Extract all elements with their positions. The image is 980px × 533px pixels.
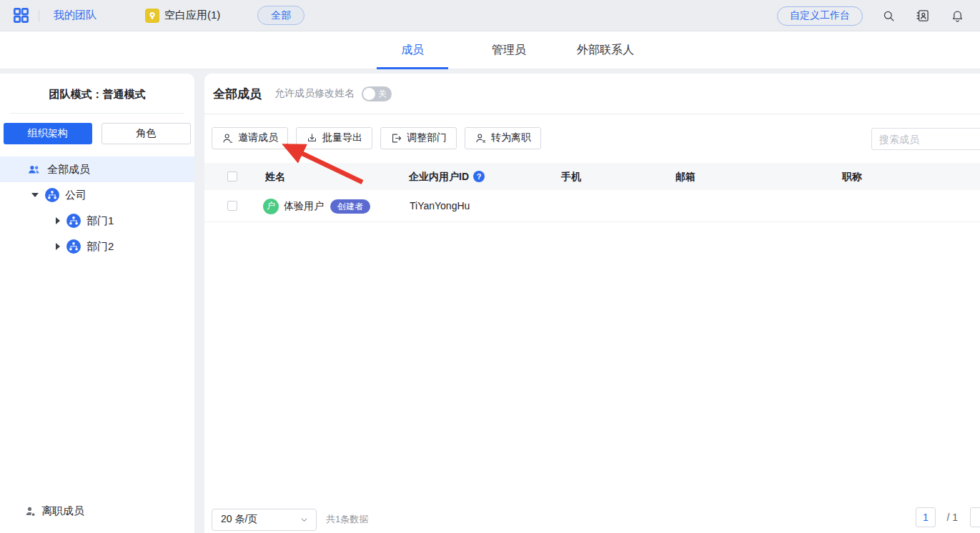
panel-header: 全部成员 允许成员修改姓名 关 bbox=[204, 74, 980, 114]
tab-external-contacts[interactable]: 外部联系人 bbox=[560, 31, 651, 69]
row-checkbox[interactable] bbox=[227, 201, 237, 211]
adjust-department-button[interactable]: 调整部门 bbox=[380, 127, 457, 149]
rename-toggle-label: 允许成员修改姓名 bbox=[274, 87, 355, 100]
resigned-label: 离职成员 bbox=[41, 504, 84, 518]
tree-label: 全部成员 bbox=[47, 163, 90, 176]
tab-admins[interactable]: 管理员 bbox=[475, 31, 543, 69]
scope-all-pill[interactable]: 全部 bbox=[257, 6, 305, 25]
members-toolbar: 邀请成员 批量导出 调整部门 转为离职 bbox=[204, 114, 980, 157]
search-member-input[interactable] bbox=[871, 128, 980, 150]
col-user-id-label: 企业内用户ID bbox=[409, 163, 469, 190]
col-name: 姓名 bbox=[265, 163, 285, 190]
sidebar-divider bbox=[10, 113, 184, 114]
custom-workbench-button[interactable]: 自定义工作台 bbox=[777, 6, 863, 26]
org-tree: 全部成员 公司 部门1 部门2 bbox=[0, 156, 194, 259]
members-panel: 全部成员 允许成员修改姓名 关 邀请成员 批量导出 调整部门 bbox=[204, 74, 980, 533]
member-name: 体验用户 bbox=[284, 200, 324, 213]
toggle-state-text: 关 bbox=[378, 86, 387, 101]
col-job-title: 职称 bbox=[842, 163, 862, 190]
invite-member-button[interactable]: 邀请成员 bbox=[212, 127, 288, 149]
member-user-id: TiYanYongHu bbox=[410, 190, 470, 222]
topbar-divider bbox=[39, 10, 39, 21]
caret-right-icon[interactable] bbox=[56, 243, 60, 250]
tree-item-company[interactable]: 公司 bbox=[0, 182, 194, 208]
search-icon[interactable] bbox=[871, 9, 906, 23]
my-team-link[interactable]: 我的团队 bbox=[54, 9, 96, 22]
page-jump-button[interactable] bbox=[970, 507, 980, 527]
tree-label: 部门1 bbox=[86, 214, 114, 228]
button-label: 邀请成员 bbox=[238, 131, 278, 144]
org-structure-button[interactable]: 组织架构 bbox=[4, 123, 92, 144]
page-size-select[interactable]: 20 条/页 bbox=[212, 509, 317, 531]
tab-members[interactable]: 成员 bbox=[377, 31, 448, 69]
chevron-down-icon bbox=[300, 515, 309, 524]
tree-label: 公司 bbox=[65, 189, 86, 202]
contacts-icon[interactable] bbox=[906, 9, 940, 23]
button-label: 转为离职 bbox=[491, 131, 531, 144]
tree-item-all-members[interactable]: 全部成员 bbox=[0, 156, 194, 182]
total-count-text: 共1条数据 bbox=[326, 513, 368, 526]
app-pin-icon bbox=[145, 9, 159, 23]
team-mode-text: 团队模式：普通模式 bbox=[0, 88, 194, 101]
button-label: 批量导出 bbox=[322, 131, 362, 144]
download-icon bbox=[306, 132, 318, 144]
col-phone: 手机 bbox=[561, 163, 581, 190]
table-header: 姓名 企业内用户ID ? 手机 邮箱 职称 bbox=[204, 163, 980, 190]
current-page-input[interactable]: 1 bbox=[916, 507, 936, 527]
tree-item-dept1[interactable]: 部门1 bbox=[0, 208, 194, 234]
org-node-icon bbox=[66, 214, 81, 228]
topbar: 我的团队 空白应用(1) 全部 自定义工作台 bbox=[0, 0, 980, 31]
tree-item-dept2[interactable]: 部门2 bbox=[0, 234, 194, 259]
person-x-icon bbox=[475, 132, 487, 144]
roles-button[interactable]: 角色 bbox=[102, 123, 192, 144]
button-label: 调整部门 bbox=[407, 131, 447, 144]
avatar: 户 bbox=[263, 199, 279, 214]
app-grid-icon[interactable] bbox=[12, 6, 30, 24]
panel-title: 全部成员 bbox=[213, 86, 262, 102]
help-icon[interactable]: ? bbox=[473, 171, 485, 182]
org-node-icon bbox=[66, 239, 81, 254]
blank-app-item[interactable]: 空白应用(1) bbox=[145, 9, 220, 23]
toggle-knob bbox=[363, 88, 375, 100]
group-people-icon bbox=[27, 162, 41, 176]
table-row[interactable]: 户 体验用户 创建者 TiYanYongHu bbox=[204, 190, 980, 222]
blank-app-label: 空白应用(1) bbox=[164, 9, 220, 22]
resigned-members-item[interactable]: 离职成员 bbox=[0, 500, 194, 522]
person-invite-icon bbox=[222, 132, 234, 144]
batch-export-button[interactable]: 批量导出 bbox=[296, 127, 372, 149]
org-node-icon bbox=[45, 188, 59, 202]
caret-right-icon[interactable] bbox=[56, 217, 60, 224]
col-user-id: 企业内用户ID ? bbox=[409, 163, 485, 190]
page-size-value: 20 条/页 bbox=[221, 513, 257, 526]
total-pages-text: / 1 bbox=[946, 507, 958, 527]
select-all-checkbox[interactable] bbox=[227, 171, 237, 181]
rename-toggle[interactable]: 关 bbox=[362, 86, 392, 101]
person-leave-icon bbox=[24, 505, 36, 517]
caret-down-icon[interactable] bbox=[31, 193, 39, 197]
move-out-icon bbox=[390, 132, 402, 144]
tree-label: 部门2 bbox=[86, 240, 114, 254]
col-email: 邮箱 bbox=[675, 163, 696, 190]
main-tabbar: 成员 管理员 外部联系人 bbox=[0, 31, 980, 69]
to-resigned-button[interactable]: 转为离职 bbox=[465, 127, 541, 149]
notification-bell-icon[interactable] bbox=[940, 9, 974, 23]
topbar-right: 自定义工作台 bbox=[777, 0, 980, 31]
pagination-bar: 20 条/页 共1条数据 1 / 1 bbox=[204, 500, 980, 533]
creator-badge: 创建者 bbox=[330, 199, 370, 214]
sidebar: 团队模式：普通模式 组织架构 角色 全部成员 公司 部门1 bbox=[0, 74, 194, 533]
